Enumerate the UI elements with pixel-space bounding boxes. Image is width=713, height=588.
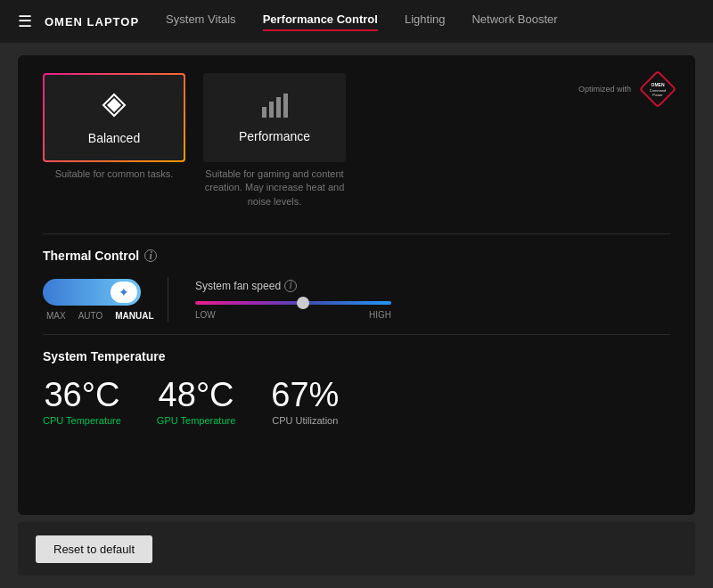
toggle-auto-label: AUTO: [78, 311, 103, 321]
gpu-temp-label: GPU Temperature: [157, 415, 235, 426]
footer-bar: Reset to default: [18, 522, 695, 576]
fan-speed-area: System fan speed i LOW HIGH: [195, 280, 391, 320]
balanced-card-wrapper: Balanced Suitable for common tasks.: [43, 73, 185, 208]
fan-speed-text: System fan speed: [195, 280, 281, 292]
thermal-toggle-area: ✦ MAX AUTO MANUAL: [43, 279, 168, 321]
cpu-temp-value: 36°C: [44, 378, 119, 412]
svg-rect-7: [269, 102, 274, 118]
toggle-labels: MAX AUTO MANUAL: [43, 311, 141, 321]
performance-card[interactable]: Performance: [203, 73, 346, 162]
nav-system-vitals[interactable]: System Vitals: [166, 12, 236, 31]
fan-info-icon[interactable]: i: [284, 280, 297, 292]
thermal-title-text: Thermal Control: [43, 249, 139, 263]
performance-description: Suitable for gaming and content creation…: [203, 167, 346, 208]
nav-lighting[interactable]: Lighting: [405, 12, 446, 31]
toggle-thumb-icon: ✦: [119, 285, 129, 299]
temp-divider-line: [43, 334, 670, 335]
nav-network-booster[interactable]: Network Booster: [471, 12, 557, 31]
performance-icon: [260, 93, 289, 124]
toggle-max-label: MAX: [46, 311, 66, 321]
temp-title-text: System Temperature: [43, 349, 165, 363]
balanced-card[interactable]: Balanced: [43, 73, 185, 162]
toggle-manual-label: MANUAL: [115, 311, 153, 321]
fan-slider-container: LOW HIGH: [195, 301, 391, 320]
thermal-toggle-thumb: ✦: [111, 282, 137, 303]
omen-diamond-logo: OMEN Command Power: [638, 69, 677, 109]
thermal-toggle-track[interactable]: ✦: [43, 279, 141, 306]
fan-slider-thumb[interactable]: [297, 297, 309, 309]
balanced-description: Suitable for common tasks.: [55, 167, 174, 181]
nav-links: System Vitals Performance Control Lighti…: [166, 12, 557, 31]
svg-text:OMEN: OMEN: [652, 82, 665, 87]
thermal-row: ✦ MAX AUTO MANUAL System fan speed i: [43, 277, 670, 322]
cpu-util-label: CPU Utilization: [272, 415, 338, 426]
thermal-section-title: Thermal Control i: [43, 249, 670, 263]
fan-high-label: HIGH: [369, 310, 391, 320]
svg-rect-8: [276, 97, 281, 118]
svg-rect-9: [283, 94, 288, 118]
fan-slider-track[interactable]: [195, 301, 391, 305]
fan-slider-labels: LOW HIGH: [195, 310, 391, 320]
temp-section-title: System Temperature: [43, 349, 670, 363]
cpu-util-value: 67%: [271, 378, 339, 412]
thermal-info-icon[interactable]: i: [144, 249, 157, 262]
thermal-vertical-divider: [168, 277, 168, 322]
cpu-temp-label: CPU Temperature: [43, 415, 121, 426]
fan-speed-label: System fan speed i: [195, 280, 391, 292]
temp-values: 36°C CPU Temperature 48°C GPU Temperatur…: [43, 378, 670, 426]
system-temperature-section: System Temperature 36°C CPU Temperature …: [43, 334, 670, 426]
performance-card-wrapper: Performance Suitable for gaming and cont…: [203, 73, 346, 208]
cpu-temp-item: 36°C CPU Temperature: [43, 378, 121, 426]
omen-logo-area: Optimized with OMEN Command Power: [578, 69, 677, 109]
optimized-text: Optimized with: [578, 85, 631, 94]
svg-text:Power: Power: [652, 93, 663, 97]
cpu-util-item: 67% CPU Utilization: [271, 378, 339, 426]
main-content: Optimized with OMEN Command Power Balanc…: [18, 55, 695, 515]
app-title: OMEN LAPTOP: [45, 15, 139, 29]
balanced-icon: [100, 91, 128, 126]
menu-icon[interactable]: ☰: [18, 12, 32, 31]
gpu-temp-value: 48°C: [159, 378, 234, 412]
reset-to-default-button[interactable]: Reset to default: [36, 535, 152, 563]
balanced-label: Balanced: [88, 131, 140, 145]
performance-label: Performance: [239, 129, 310, 143]
thermal-divider-line: [43, 233, 670, 234]
fan-low-label: LOW: [195, 310, 216, 320]
nav-performance-control[interactable]: Performance Control: [263, 12, 378, 31]
svg-rect-6: [262, 107, 266, 118]
navbar: ☰ OMEN LAPTOP System Vitals Performance …: [0, 0, 713, 43]
gpu-temp-item: 48°C GPU Temperature: [157, 378, 235, 426]
mode-cards: Balanced Suitable for common tasks. Perf…: [43, 73, 670, 208]
